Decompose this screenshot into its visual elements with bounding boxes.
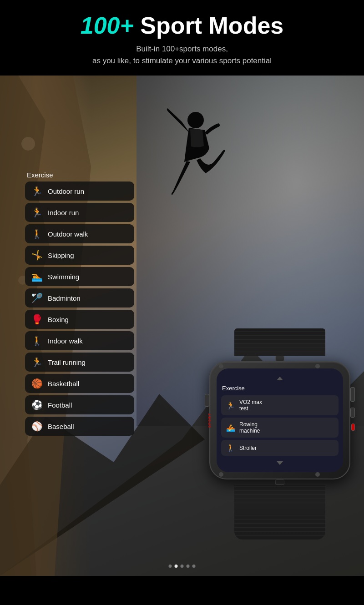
top-crown-indicator	[277, 377, 283, 380]
rowing-label: Rowingmachine	[239, 421, 260, 434]
list-item[interactable]: 🏃 Outdoor run	[25, 182, 134, 201]
outdoor-run-icon: 🏃	[30, 186, 43, 197]
stroller-label: Stroller	[239, 445, 257, 451]
watch-screen: Exercise 🏃 VO2 maxtest 🚣 Rowingmachine 🚶…	[217, 368, 343, 472]
watch-band-top	[234, 328, 325, 356]
watch-button-left[interactable]	[205, 394, 209, 407]
list-item[interactable]: 🏃 Trail running	[25, 353, 134, 372]
pagination-dot-3[interactable]	[181, 565, 184, 568]
watch-screen-item[interactable]: 🏃 VO2 maxtest	[221, 395, 339, 415]
watch-screen-item[interactable]: 🚶 Stroller	[221, 440, 339, 456]
trail-running-label: Trail running	[48, 358, 86, 366]
svg-point-6	[219, 472, 223, 477]
svg-point-4	[219, 364, 223, 368]
header-section: 100+ Sport Modes Built-in 100+sports mod…	[0, 0, 364, 76]
trail-running-icon: 🏃	[30, 357, 43, 368]
watch-band-bottom	[234, 485, 325, 539]
title-rest: Sport Modes	[134, 12, 283, 39]
badminton-icon: 🏸	[30, 292, 43, 303]
svg-point-7	[315, 472, 320, 477]
watch-button-right-bot[interactable]	[351, 424, 355, 431]
baseball-icon: ⚾	[30, 421, 43, 432]
page-subtitle: Built-in 100+sports modes, as you like, …	[9, 43, 355, 66]
sport-label: SPORT	[207, 413, 212, 428]
svg-marker-9	[277, 461, 283, 465]
indoor-run-label: Indoor run	[48, 209, 79, 217]
list-item[interactable]: 🏊 Swimming	[25, 267, 134, 286]
list-item[interactable]: 🏃 Indoor run	[25, 203, 134, 222]
watch-screen-item[interactable]: 🚣 Rowingmachine	[221, 418, 339, 438]
exercise-panel-title: Exercise	[25, 171, 134, 179]
badminton-label: Badminton	[48, 294, 81, 302]
vo2-icon: 🏃	[226, 401, 236, 410]
svg-point-0	[187, 112, 204, 128]
pagination-dot-2[interactable]	[175, 565, 178, 568]
hero-section: Exercise 🏃 Outdoor run 🏃 Indoor run 🚶 Ou…	[0, 76, 364, 576]
svg-point-5	[315, 364, 320, 368]
pagination-dot-5[interactable]	[192, 565, 196, 568]
football-label: Football	[48, 401, 72, 409]
list-item[interactable]: 🚶 Outdoor walk	[25, 224, 134, 243]
page-title: 100+ Sport Modes	[9, 13, 355, 39]
basketball-label: Basketball	[48, 380, 79, 388]
watch-button-right-mid[interactable]	[350, 408, 355, 418]
watch-button-right-top[interactable]	[350, 387, 355, 402]
rowing-icon: 🚣	[226, 424, 236, 432]
watch-crown-top	[275, 356, 284, 361]
stroller-icon: 🚶	[226, 444, 236, 452]
indoor-walk-icon: 🚶	[30, 335, 43, 346]
boxing-icon: 🥊	[30, 314, 43, 325]
indoor-walk-label: Indoor walk	[48, 337, 83, 345]
list-item[interactable]: ⚾ Baseball	[25, 417, 134, 436]
outdoor-walk-label: Outdoor walk	[48, 230, 88, 238]
watch-screen-title: Exercise	[221, 385, 339, 392]
indoor-run-icon: 🏃	[30, 207, 43, 218]
bottom-crown-indicator	[277, 461, 283, 465]
pagination-dot-1[interactable]	[169, 565, 172, 568]
list-item[interactable]: 🤸 Skipping	[25, 246, 134, 265]
pagination-dot-4[interactable]	[187, 565, 190, 568]
exercise-panel: Exercise 🏃 Outdoor run 🏃 Indoor run 🚶 Ou…	[25, 171, 134, 438]
basketball-icon: 🏀	[30, 378, 43, 389]
outdoor-walk-icon: 🚶	[30, 228, 43, 239]
list-item[interactable]: 🏀 Basketball	[25, 374, 134, 393]
skipping-icon: 🤸	[30, 250, 43, 261]
watch-container: SPORT Exercise 🏃 VO2 maxtest 🚣 Rowingmac…	[209, 328, 350, 539]
screw-row-bottom	[217, 472, 322, 477]
screw-row-top	[217, 364, 322, 368]
list-item[interactable]: 🥊 Boxing	[25, 310, 134, 329]
baseball-label: Baseball	[48, 423, 74, 430]
boxing-label: Boxing	[48, 316, 69, 323]
watch-case: SPORT Exercise 🏃 VO2 maxtest 🚣 Rowingmac…	[209, 361, 350, 479]
watch-crown-bottom	[275, 479, 284, 485]
list-item[interactable]: 🚶 Indoor walk	[25, 331, 134, 350]
swimming-label: Swimming	[48, 273, 79, 281]
pagination	[169, 565, 196, 568]
list-item[interactable]: ⚽ Football	[25, 395, 134, 414]
swimming-icon: 🏊	[30, 271, 43, 282]
highlight-text: 100+	[81, 12, 134, 39]
football-icon: ⚽	[30, 399, 43, 410]
vo2-label: VO2 maxtest	[239, 399, 262, 412]
svg-point-1	[21, 137, 35, 151]
skipping-label: Skipping	[48, 252, 74, 259]
outdoor-run-label: Outdoor run	[48, 187, 84, 195]
svg-marker-8	[277, 377, 283, 380]
list-item[interactable]: 🏸 Badminton	[25, 288, 134, 308]
